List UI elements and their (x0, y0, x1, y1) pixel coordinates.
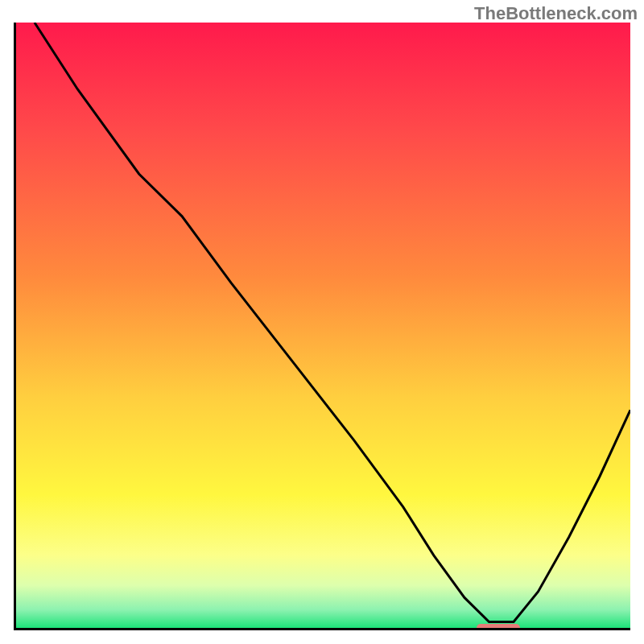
chart-container: TheBottleneck.com (0, 0, 644, 644)
watermark-text: TheBottleneck.com (474, 3, 638, 24)
axes-frame (14, 23, 630, 630)
